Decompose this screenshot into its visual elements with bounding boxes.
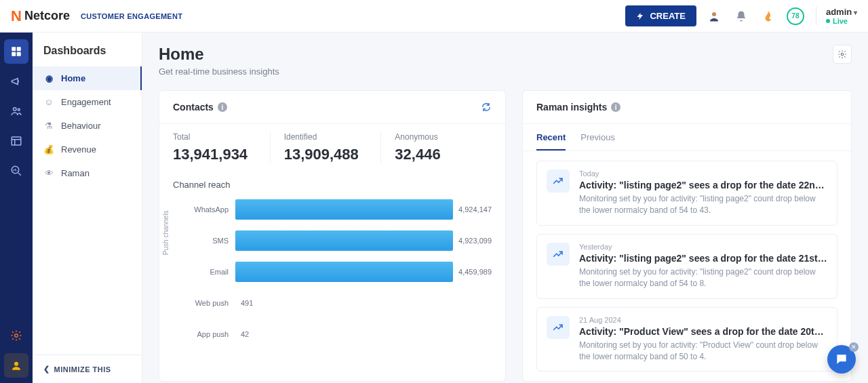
brand-logo[interactable]: N Netcore: [11, 7, 70, 25]
chart-row-label: App push: [186, 330, 235, 338]
rail-item-audience[interactable]: [4, 99, 28, 123]
bell-icon: [735, 10, 747, 22]
chat-icon: [835, 352, 848, 366]
stat-identified: Identified 13,909,488: [270, 132, 381, 163]
contacts-card: Contacts i Total 13,941,934 Identified 1…: [159, 90, 506, 382]
insight-card[interactable]: 21 Aug 2024Activity: "Product View" sees…: [536, 307, 837, 372]
gear-icon: [837, 49, 847, 59]
topbar: N Netcore CUSTOMER ENGAGEMENT CREATE 78 …: [0, 0, 868, 33]
chart-row-value: 4,459,989: [453, 268, 492, 276]
chart-row: SMS4,923,099: [186, 225, 492, 256]
minimize-label: MINIMIZE THIS: [54, 365, 111, 374]
chart-bar: [235, 230, 453, 251]
users-icon: ☺: [43, 97, 54, 107]
info-icon[interactable]: i: [218, 102, 227, 112]
svg-point-0: [712, 12, 716, 16]
account-menu[interactable]: admin Live: [816, 7, 857, 25]
create-button[interactable]: CREATE: [625, 5, 696, 26]
eye-icon: 👁: [43, 168, 54, 178]
stat-anonymous: Anonymous 32,446: [380, 132, 492, 163]
raman-score-value: 78: [787, 7, 804, 25]
chart-bar: [235, 262, 453, 282]
svg-point-6: [18, 108, 20, 110]
rail-item-content[interactable]: [4, 129, 28, 153]
sidebar-item-engagement[interactable]: ☺ Engagement: [33, 90, 142, 114]
chart-bar: [235, 199, 453, 220]
insight-title: Activity: "listing page2" sees a drop fo…: [579, 253, 827, 264]
flask-icon: ⚗: [43, 121, 54, 131]
minimize-button[interactable]: ❮ MINIMIZE THIS: [33, 355, 142, 383]
chart-row-track: 4,923,099: [235, 230, 492, 251]
chevron-left-icon: ❮: [43, 365, 50, 374]
close-icon[interactable]: ✕: [849, 342, 859, 352]
chart-row-value: 4,923,099: [453, 237, 492, 245]
chart-row-label: Web push: [186, 299, 235, 307]
svg-rect-4: [17, 52, 21, 56]
sidebar-item-behaviour[interactable]: ⚗ Behaviour: [33, 114, 142, 138]
users-icon: [10, 105, 22, 117]
chart-row: Web push491: [186, 287, 492, 319]
svg-point-9: [15, 334, 18, 338]
chart-row-track: 42: [235, 330, 492, 338]
avatar-icon[interactable]: [705, 7, 724, 26]
stat-value: 13,909,488: [284, 146, 373, 163]
sidebar: Dashboards ◉ Home ☺ Engagement ⚗ Behavio…: [33, 33, 142, 383]
raman-card-title: Raman insights: [536, 102, 607, 113]
rail-item-analytics[interactable]: [4, 159, 28, 183]
account-name: admin: [826, 7, 857, 17]
channel-reach-chart: Push channels WhatsApp4,924,147SMS4,923,…: [159, 194, 505, 361]
insight-date: Today: [579, 169, 827, 178]
stat-value: 32,446: [395, 146, 484, 163]
refresh-button[interactable]: [481, 102, 492, 113]
stat-label: Identified: [284, 132, 373, 142]
info-icon[interactable]: i: [611, 102, 620, 112]
stat-total: Total 13,941,934: [173, 132, 270, 163]
flame-icon[interactable]: [759, 7, 778, 26]
sidebar-item-label: Home: [61, 73, 85, 83]
trend-up-icon: [552, 248, 564, 260]
page-settings-button[interactable]: [833, 45, 852, 64]
sidebar-title: Dashboards: [33, 33, 142, 66]
layout-icon: [10, 135, 22, 147]
sidebar-item-revenue[interactable]: 💰 Revenue: [33, 138, 142, 161]
fire-icon: [762, 10, 774, 22]
raman-score-badge[interactable]: 78: [786, 7, 805, 26]
chat-fab[interactable]: ✕: [827, 345, 856, 374]
sidebar-item-home[interactable]: ◉ Home: [33, 66, 142, 90]
stat-label: Total: [173, 132, 262, 142]
refresh-icon: [481, 102, 492, 113]
chart-row: Email4,459,989: [186, 256, 492, 287]
svg-point-11: [841, 53, 844, 56]
rail-item-settings[interactable]: [4, 323, 28, 348]
insight-date: Yesterday: [579, 243, 827, 251]
page-title: Home: [159, 45, 279, 64]
sidebar-item-label: Engagement: [61, 97, 111, 107]
chart-row-track: 491: [235, 299, 492, 307]
rail-item-campaigns[interactable]: [4, 69, 28, 94]
rail-item-dashboards[interactable]: [4, 39, 28, 64]
content: Home Get real-time business insights Con…: [142, 33, 868, 383]
notifications-icon[interactable]: [732, 7, 751, 26]
insight-date: 21 Aug 2024: [579, 316, 827, 324]
chart-row-value: 42: [235, 330, 249, 338]
svg-rect-3: [12, 52, 16, 56]
insight-card[interactable]: YesterdayActivity: "listing page2" sees …: [536, 234, 837, 299]
trend-up-icon: [552, 321, 564, 334]
svg-rect-1: [12, 47, 16, 51]
tab-recent[interactable]: Recent: [536, 132, 566, 150]
chart-row-track: 4,459,989: [235, 262, 492, 282]
create-button-label: CREATE: [650, 11, 685, 21]
trend-up-icon: [552, 175, 564, 187]
insight-icon: [547, 243, 570, 266]
sidebar-item-raman[interactable]: 👁 Raman: [33, 161, 142, 185]
tab-previous[interactable]: Previous: [580, 132, 615, 150]
profile-icon: [10, 359, 22, 371]
svg-rect-7: [12, 137, 21, 145]
raman-card: Raman insights i Recent Previous TodayAc…: [522, 90, 852, 382]
insight-card[interactable]: TodayActivity: "listing page2" sees a dr…: [536, 161, 837, 226]
rail-item-profile[interactable]: [4, 353, 28, 378]
stat-label: Anonymous: [395, 132, 484, 142]
svg-point-10: [14, 362, 18, 366]
chart-row: WhatsApp4,924,147: [186, 194, 492, 225]
sidebar-item-label: Raman: [61, 168, 90, 178]
